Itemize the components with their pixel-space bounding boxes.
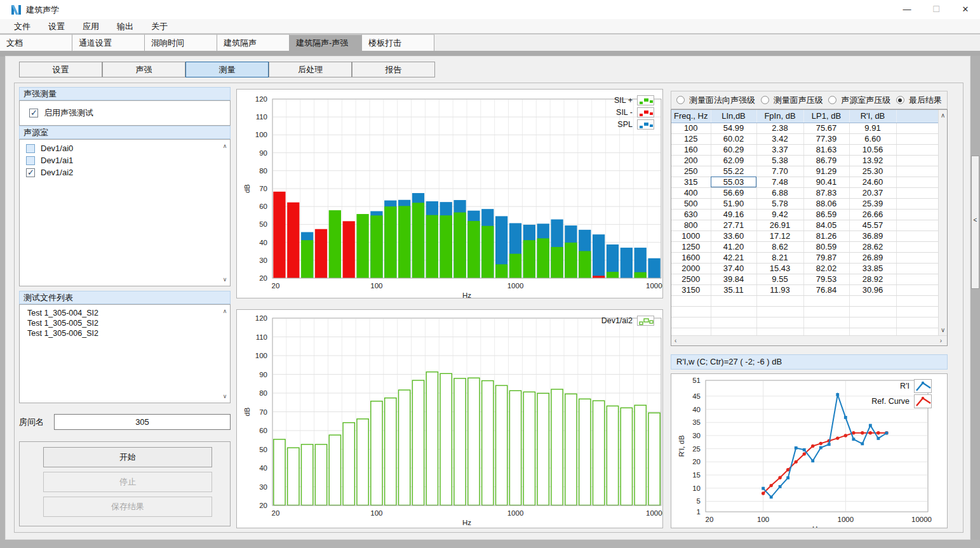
table-cell[interactable] <box>896 155 938 166</box>
test-file-item-1[interactable]: Test 1_305-005_SI2 <box>20 319 230 329</box>
tab-2[interactable]: 混响时间 <box>145 34 217 51</box>
test-file-item-0[interactable]: Test 1_305-004_SI2 <box>20 309 230 319</box>
menu-item-0[interactable]: 文件 <box>5 19 39 34</box>
table-cell[interactable]: 26.89 <box>849 252 896 263</box>
menu-item-3[interactable]: 输出 <box>108 19 142 34</box>
table-cell[interactable]: 100 <box>671 123 711 133</box>
maximize-icon[interactable]: ☐ <box>922 0 951 19</box>
table-cell[interactable]: 160 <box>671 144 711 155</box>
table-cell[interactable] <box>896 187 938 198</box>
table-cell[interactable]: 86.79 <box>803 155 849 166</box>
table-cell[interactable]: 36.89 <box>849 231 896 241</box>
table-cell[interactable] <box>896 284 938 295</box>
radio-option-3[interactable]: 最后结果 <box>896 95 942 106</box>
table-cell[interactable]: 81.63 <box>803 144 849 155</box>
table-cell[interactable]: 75.67 <box>803 123 849 133</box>
table-cell[interactable]: 200 <box>671 155 711 166</box>
table-cell[interactable]: 55.03 <box>711 177 756 187</box>
table-cell[interactable]: 80.59 <box>803 241 849 252</box>
table-cell[interactable]: 9.42 <box>756 209 803 220</box>
table-cell[interactable]: 315 <box>671 177 711 187</box>
table-cell[interactable]: 56.69 <box>711 187 756 198</box>
table-cell[interactable]: 37.40 <box>711 263 756 274</box>
table-cell[interactable]: 1250 <box>671 241 711 252</box>
table-cell[interactable]: 39.84 <box>711 274 756 284</box>
table-cell[interactable]: 10.56 <box>849 144 896 155</box>
table-cell[interactable]: 86.59 <box>803 209 849 220</box>
table-cell[interactable]: 5.38 <box>756 155 803 166</box>
table-cell[interactable]: 125 <box>671 133 711 144</box>
table-cell[interactable]: 42.21 <box>711 252 756 263</box>
table-cell[interactable]: 90.41 <box>803 177 849 187</box>
table-cell[interactable]: 91.29 <box>803 166 849 177</box>
table-cell[interactable]: 41.20 <box>711 241 756 252</box>
table-cell[interactable]: 79.53 <box>803 274 849 284</box>
scroll-down-icon[interactable]: ∨ <box>221 393 229 399</box>
radio-icon[interactable] <box>761 96 769 104</box>
table-cell[interactable]: 77.39 <box>803 133 849 144</box>
checkbox-icon[interactable] <box>26 144 35 153</box>
table-cell[interactable]: 6.60 <box>849 133 896 144</box>
table-cell[interactable]: 250 <box>671 166 711 177</box>
room-name-input[interactable]: 305 <box>54 414 231 430</box>
table-cell[interactable]: 20.37 <box>849 187 896 198</box>
table-cell[interactable]: 54.99 <box>711 123 756 133</box>
table-cell[interactable]: 800 <box>671 220 711 231</box>
source-room-item-1[interactable]: Dev1/ai1 <box>20 154 230 166</box>
table-cell[interactable]: 28.62 <box>849 241 896 252</box>
table-cell[interactable]: 25.39 <box>849 198 896 209</box>
table-cell[interactable]: 24.60 <box>849 177 896 187</box>
subtab-2[interactable]: 测量 <box>185 62 269 77</box>
table-cell[interactable] <box>896 166 938 177</box>
table-cell[interactable]: 49.16 <box>711 209 756 220</box>
source-room-item-0[interactable]: Dev1/ai0 <box>20 142 230 154</box>
table-cell[interactable]: 33.85 <box>849 263 896 274</box>
radio-option-1[interactable]: 测量面声压级 <box>761 95 823 106</box>
table-cell[interactable]: 1600 <box>671 252 711 263</box>
table-cell[interactable]: 28.92 <box>849 274 896 284</box>
table-cell[interactable] <box>896 123 938 133</box>
table-cell[interactable]: 45.57 <box>849 220 896 231</box>
table-cell[interactable] <box>896 198 938 209</box>
minimize-icon[interactable]: — <box>892 0 922 19</box>
table-cell[interactable] <box>896 252 938 263</box>
table-cell[interactable]: 60.29 <box>711 144 756 155</box>
table-cell[interactable]: 33.60 <box>711 231 756 241</box>
table-cell[interactable] <box>896 274 938 284</box>
table-cell[interactable]: 7.70 <box>756 166 803 177</box>
source-room-item-2[interactable]: Dev1/ai2 <box>20 166 230 178</box>
table-cell[interactable]: 62.09 <box>711 155 756 166</box>
enable-intensity-checkbox[interactable]: 启用声强测试 <box>20 101 230 120</box>
table-cell[interactable]: 7.48 <box>756 177 803 187</box>
table-cell[interactable] <box>896 263 938 274</box>
table-cell[interactable]: 3.37 <box>756 144 803 155</box>
table-cell[interactable]: 9.91 <box>849 123 896 133</box>
table-cell[interactable] <box>896 144 938 155</box>
table-horizontal-scrollbar[interactable]: ‹ › <box>671 335 947 345</box>
table-cell[interactable]: 630 <box>671 209 711 220</box>
menu-item-2[interactable]: 应用 <box>74 19 108 34</box>
table-cell[interactable]: 500 <box>671 198 711 209</box>
table-cell[interactable] <box>896 177 938 187</box>
table-cell[interactable]: 35.11 <box>711 284 756 295</box>
table-cell[interactable]: 79.87 <box>803 252 849 263</box>
subtab-4[interactable]: 报告 <box>352 62 435 77</box>
table-cell[interactable] <box>896 231 938 241</box>
table-vertical-scrollbar[interactable]: ∧ ∨ <box>938 110 947 335</box>
menu-item-4[interactable]: 关于 <box>142 19 177 34</box>
scroll-left-icon[interactable]: ‹ <box>675 337 676 344</box>
checkbox-icon[interactable] <box>26 168 35 177</box>
scroll-down-icon[interactable]: ∨ <box>221 276 229 283</box>
tab-4[interactable]: 建筑隔声-声强 <box>290 34 362 51</box>
checkbox-icon[interactable] <box>26 156 35 165</box>
table-cell[interactable]: 2500 <box>671 274 711 284</box>
table-cell[interactable]: 55.22 <box>711 166 756 177</box>
tab-3[interactable]: 建筑隔声 <box>217 34 290 51</box>
tab-1[interactable]: 通道设置 <box>72 34 145 51</box>
table-cell[interactable]: 51.90 <box>711 198 756 209</box>
table-cell[interactable]: 13.92 <box>849 155 896 166</box>
table-cell[interactable]: 2000 <box>671 263 711 274</box>
radio-icon[interactable] <box>828 96 836 104</box>
table-cell[interactable]: 76.84 <box>803 284 849 295</box>
table-cell[interactable]: 81.26 <box>803 231 849 241</box>
